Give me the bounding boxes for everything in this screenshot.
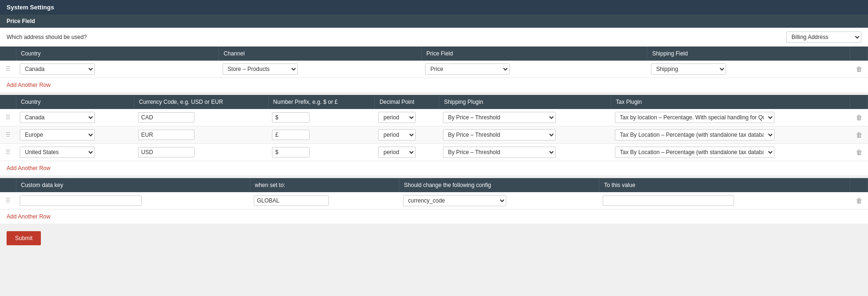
shipping-plugin-select-3[interactable]: By Price – Threshold (443, 147, 556, 158)
drag-handle-icon[interactable]: ⠿ (4, 197, 12, 204)
delete-row-button-1[interactable]: 🗑 (854, 113, 864, 122)
table-row: ⠿ Canada Europe United States (0, 144, 868, 161)
currency-code-col-header: Currency Code, e.g. USD or EUR (134, 95, 269, 109)
delete-cell: 🗑 (850, 126, 868, 144)
decimal-cell: period comma (374, 144, 439, 161)
custom-key-cell (16, 192, 250, 210)
prefix-cell (268, 109, 374, 126)
shipping-field-col-header: Shipping Field (647, 47, 850, 61)
custom-data-table-header: Custom data key when set to: Should chan… (0, 178, 868, 192)
delete-row-button[interactable]: 🗑 (854, 64, 864, 74)
tax-plugin-cell: Tax by location – Percentage. With speci… (611, 109, 850, 126)
custom-data-section: Custom data key when set to: Should chan… (0, 178, 868, 224)
when-set-input[interactable] (254, 195, 329, 206)
delete-row-button-3[interactable]: 🗑 (854, 148, 864, 157)
drag-handle-icon[interactable]: ⠿ (4, 148, 12, 156)
to-value-col-header: To this value (599, 178, 850, 192)
drag-handle-icon[interactable]: ⠿ (4, 114, 12, 121)
price-field-header: Price Field (0, 15, 868, 28)
decimal-select-3[interactable]: period comma (378, 147, 416, 158)
delete-col-header (850, 47, 868, 61)
shipping-plugin-col-header: Shipping Plugin (439, 95, 611, 109)
drag-col-header2 (0, 95, 16, 109)
table-row: ⠿ Canada Europe United States (0, 126, 868, 144)
channel-cell: Store – Products (219, 61, 422, 78)
billing-address-select[interactable]: Billing Address Shipping Address (786, 31, 861, 43)
currency-code-input-3[interactable] (138, 147, 194, 157)
add-row-link-currency[interactable]: Add Another Row (0, 161, 57, 175)
tax-plugin-cell: Tax by location – Percentage. With speci… (611, 126, 850, 144)
custom-key-input[interactable] (20, 195, 142, 206)
add-row-link-custom[interactable]: Add Another Row (0, 210, 57, 224)
drag-col-header (0, 47, 16, 61)
prefix-cell (268, 126, 374, 144)
config-select[interactable]: currency_code (403, 195, 506, 206)
delete-cell: 🗑 (850, 192, 868, 210)
table-row: ⠿ Canada Europe United States Store – Pr… (0, 61, 868, 78)
shipping-plugin-select-1[interactable]: By Price – Threshold (443, 112, 556, 123)
currency-code-cell (134, 109, 269, 126)
prefix-input-3[interactable] (272, 147, 310, 157)
delete-cell: 🗑 (850, 61, 868, 78)
drag-cell: ⠿ (0, 192, 16, 210)
price-field-select[interactable]: Price (425, 63, 510, 75)
drag-handle-cell: ⠿ (0, 61, 16, 78)
drag-cell: ⠿ (0, 144, 16, 161)
channel-col-header: Channel (219, 47, 422, 61)
country-select[interactable]: Canada Europe United States (20, 63, 95, 75)
shipping-plugin-select-2[interactable]: By Price – Threshold (443, 129, 556, 140)
table-row: ⠿ Canada Europe United States (0, 109, 868, 126)
decimal-select-2[interactable]: period comma (378, 129, 416, 140)
to-value-input[interactable] (603, 195, 734, 206)
when-set-col-header: when set to: (250, 178, 399, 192)
drag-cell: ⠿ (0, 109, 16, 126)
price-field-table-body: ⠿ Canada Europe United States Store – Pr… (0, 61, 868, 78)
custom-data-table-body: ⠿ currency_code 🗑 (0, 192, 868, 210)
shipping-field-cell: Shipping (647, 61, 850, 78)
country-col-header2: Country (16, 95, 134, 109)
currency-table: Country Currency Code, e.g. USD or EUR N… (0, 95, 868, 161)
tax-plugin-select-1[interactable]: Tax by location – Percentage. With speci… (615, 112, 775, 123)
table-row: ⠿ currency_code 🗑 (0, 192, 868, 210)
decimal-col-header: Decimal Point (374, 95, 439, 109)
price-field-table: Country Channel Price Field Shipping Fie… (0, 47, 868, 78)
delete-row-button-2[interactable]: 🗑 (854, 130, 864, 140)
address-question: Which address should be used? (7, 34, 87, 40)
country-select-2[interactable]: Canada Europe United States (20, 129, 95, 140)
tax-plugin-cell: Tax by location – Percentage. With speci… (611, 144, 850, 161)
delete-cell: 🗑 (850, 109, 868, 126)
price-field-col-header: Price Field (421, 47, 647, 61)
country-select-3[interactable]: Canada Europe United States (20, 147, 95, 158)
shipping-field-select[interactable]: Shipping (651, 63, 726, 75)
currency-code-cell (134, 126, 269, 144)
currency-code-input-1[interactable] (138, 112, 194, 123)
currency-code-cell (134, 144, 269, 161)
submit-button[interactable]: Submit (7, 231, 41, 245)
price-field-section: Price Field Which address should be used… (0, 15, 868, 92)
custom-key-col-header: Custom data key (16, 178, 250, 192)
delete-col-header2 (850, 95, 868, 109)
tax-plugin-select-2[interactable]: Tax by location – Percentage. With speci… (615, 129, 775, 140)
currency-section: Country Currency Code, e.g. USD or EUR N… (0, 95, 868, 175)
to-value-cell (599, 192, 850, 210)
prefix-input-2[interactable] (272, 130, 310, 140)
page-title: System Settings (0, 0, 868, 15)
when-set-cell (250, 192, 399, 210)
channel-select[interactable]: Store – Products (223, 63, 298, 75)
drag-handle-icon[interactable]: ⠿ (4, 65, 12, 73)
prefix-input-1[interactable] (272, 112, 310, 123)
delete-row-button-custom[interactable]: 🗑 (854, 196, 864, 205)
tax-plugin-select-3[interactable]: Tax by location – Percentage. With speci… (615, 147, 775, 158)
country-select-1[interactable]: Canada Europe United States (20, 112, 95, 123)
tax-plugin-col-header: Tax Plugin (611, 95, 850, 109)
add-row-link-price[interactable]: Add Another Row (0, 78, 57, 92)
decimal-select-1[interactable]: period comma (378, 112, 416, 123)
currency-table-body: ⠿ Canada Europe United States (0, 109, 868, 161)
currency-code-input-2[interactable] (138, 130, 194, 140)
drag-handle-icon[interactable]: ⠿ (4, 131, 12, 139)
country-cell: Canada Europe United States (16, 109, 134, 126)
drag-col-header3 (0, 178, 16, 192)
decimal-cell: period comma (374, 126, 439, 144)
price-field-cell: Price (421, 61, 647, 78)
country-col-header: Country (16, 47, 219, 61)
